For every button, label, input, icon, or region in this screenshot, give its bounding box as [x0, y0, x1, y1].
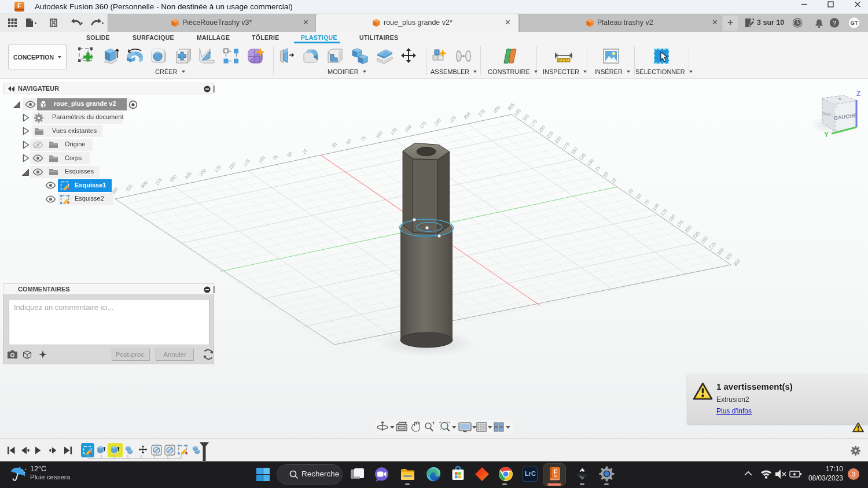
svg-text:75: 75: [360, 135, 367, 142]
svg-text:125: 125: [389, 127, 399, 136]
svg-text:75: 75: [272, 154, 279, 161]
svg-text:Y: Y: [824, 131, 829, 139]
svg-text:250: 250: [700, 235, 709, 245]
svg-text:350: 350: [733, 258, 742, 267]
svg-text:50: 50: [345, 138, 353, 145]
svg-text:100: 100: [258, 155, 267, 164]
svg-text:325: 325: [724, 252, 734, 261]
svg-text:250: 250: [463, 111, 472, 120]
svg-text:100: 100: [586, 158, 595, 167]
svg-text:275: 275: [477, 108, 487, 117]
svg-text:?: ?: [832, 20, 836, 27]
svg-text:150: 150: [228, 161, 237, 171]
svg-text:100: 100: [652, 202, 661, 212]
svg-text:225: 225: [448, 114, 458, 124]
svg-text:Z: Z: [856, 90, 860, 98]
svg-text:50: 50: [635, 193, 643, 200]
svg-text:25: 25: [627, 187, 635, 195]
svg-text:360: 360: [554, 475, 557, 478]
svg-text:275: 275: [708, 241, 718, 250]
svg-text:75: 75: [643, 198, 651, 206]
svg-text:325: 325: [507, 102, 516, 111]
svg-text:75: 75: [594, 165, 602, 172]
svg-text:F: F: [554, 468, 558, 475]
svg-text:275: 275: [529, 119, 539, 128]
svg-text:150: 150: [570, 146, 579, 156]
svg-text:225: 225: [546, 130, 555, 139]
svg-text:175: 175: [214, 164, 223, 173]
svg-text:150: 150: [404, 124, 413, 133]
svg-text:25: 25: [301, 147, 309, 155]
svg-text:150: 150: [668, 213, 677, 223]
svg-text:25: 25: [331, 141, 339, 149]
svg-text:200: 200: [433, 117, 443, 127]
svg-text:175: 175: [419, 120, 428, 130]
svg-text:250: 250: [538, 124, 547, 134]
svg-text:125: 125: [660, 208, 669, 217]
svg-text:300: 300: [521, 113, 531, 123]
svg-text:300: 300: [716, 247, 726, 256]
svg-text:100: 100: [375, 130, 384, 139]
svg-text:50: 50: [286, 150, 294, 158]
svg-text:125: 125: [578, 152, 587, 161]
svg-text:125: 125: [242, 158, 252, 167]
svg-text:325: 325: [513, 108, 523, 117]
svg-text:175: 175: [562, 141, 571, 150]
svg-text:175: 175: [676, 219, 685, 228]
svg-text:200: 200: [684, 224, 693, 234]
svg-text:200: 200: [554, 135, 563, 145]
svg-text:225: 225: [692, 230, 701, 239]
svg-text:300: 300: [492, 105, 502, 114]
svg-text:GT: GT: [850, 20, 858, 26]
